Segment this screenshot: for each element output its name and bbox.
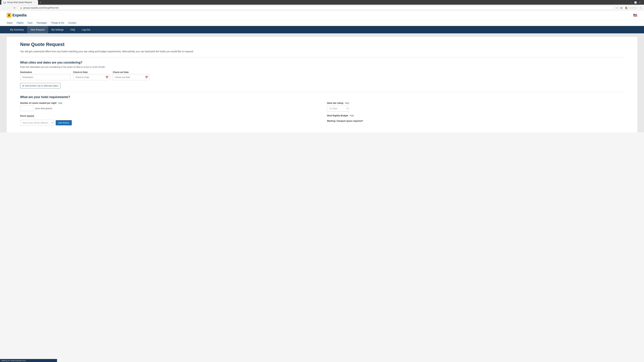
incognito-label: Incognito bbox=[628, 7, 636, 9]
room-type-row: Each room will be different Add detail ▸ bbox=[20, 120, 317, 126]
reload-button[interactable]: ✕ bbox=[12, 6, 16, 10]
nav-flights[interactable]: Flights bbox=[16, 21, 24, 24]
star-rating-select[interactable]: 2-4 Star 1 Star 2 Star 3 Star 4 Star 5 S… bbox=[327, 106, 349, 111]
hotel-req-grid: Number of rooms needed per night Help (y… bbox=[20, 102, 624, 126]
destination-field-group: Destination bbox=[20, 71, 70, 80]
page-description: You will get customized offers from any … bbox=[20, 50, 624, 53]
budget-label: Ideal Nightly Budget bbox=[327, 114, 348, 117]
tab-title: Group Hotel Quote Request bbox=[7, 1, 32, 3]
destination-input[interactable] bbox=[20, 74, 70, 80]
subnav-my-settings[interactable]: My Settings bbox=[48, 26, 67, 33]
rooms-input[interactable] bbox=[20, 106, 34, 111]
budget-help-link[interactable]: Help bbox=[350, 114, 354, 117]
hotel-section: What are your hotel requirements? Number… bbox=[20, 95, 624, 126]
add-city-icon: ⊕ bbox=[22, 84, 24, 87]
rooms-label: Number of rooms needed per night bbox=[20, 102, 56, 104]
subnav-new-request[interactable]: New Request bbox=[27, 26, 48, 33]
menu-button[interactable]: ⋮ bbox=[639, 6, 642, 10]
incognito-icon: 🕵 bbox=[625, 6, 628, 9]
tab-bar: Group Hotel Quote Request × + ─ ⬜ ✕ bbox=[0, 0, 644, 5]
url-bar[interactable]: 🔒 groups.expedia.com/Group/Post.htm bbox=[18, 6, 614, 10]
main-navigation: Stays Flights Cars Packages Things to Do… bbox=[0, 20, 644, 26]
meeting-label: Meeting / banquet space required? bbox=[327, 120, 363, 122]
maximize-button[interactable]: ⬜ bbox=[634, 1, 637, 4]
nav-cruises[interactable]: Cruises bbox=[68, 21, 76, 24]
page-content: Expedia 🇺🇸 Stays Flights Cars Packages T… bbox=[0, 11, 644, 132]
address-bar: ‹ › ✕ 🔒 groups.expedia.com/Group/Post.ht… bbox=[0, 5, 644, 11]
subnav-log-out[interactable]: Log Out bbox=[78, 26, 94, 33]
subnav-faq[interactable]: FAQ bbox=[67, 26, 78, 33]
back-button[interactable]: ‹ bbox=[2, 6, 6, 10]
room-type-label: Room type(s) bbox=[20, 115, 34, 117]
close-window-button[interactable]: ✕ bbox=[638, 1, 641, 4]
new-tab-button[interactable]: + bbox=[38, 0, 42, 5]
req-left: Number of rooms needed per night Help (y… bbox=[20, 102, 317, 126]
expedia-logo-text: Expedia bbox=[12, 13, 26, 17]
expedia-header: Expedia 🇺🇸 bbox=[0, 11, 644, 20]
incognito-badge: 🕵 Incognito bbox=[624, 6, 638, 10]
add-city-label: Add another city or alternate dates bbox=[25, 84, 58, 87]
sub-navigation: My Summary New Request My Settings FAQ L… bbox=[0, 26, 644, 33]
budget-field-group: Ideal Nightly Budget Help bbox=[327, 114, 624, 117]
rooms-row: (your best guess) bbox=[20, 106, 317, 111]
checkout-wrapper: 📅 bbox=[113, 74, 150, 80]
cities-section-subtitle: Enter the cities/dates you are consideri… bbox=[20, 66, 624, 68]
checkin-input[interactable] bbox=[73, 74, 110, 80]
meeting-field-group: Meeting / banquet space required? bbox=[327, 119, 624, 122]
nav-stays[interactable]: Stays bbox=[7, 21, 12, 24]
nav-packages[interactable]: Packages bbox=[36, 21, 47, 24]
tab-loading-spinner bbox=[3, 1, 6, 3]
subnav-my-summary[interactable]: My Summary bbox=[7, 26, 27, 33]
rooms-field-group: Number of rooms needed per night Help (y… bbox=[20, 102, 317, 111]
nav-things-to-do[interactable]: Things to Do bbox=[51, 21, 64, 24]
hotel-section-title: What are your hotel requirements? bbox=[20, 95, 624, 99]
address-actions: ☆ ⊞ 🕵 Incognito ⋮ bbox=[616, 6, 642, 10]
layout-button[interactable]: ⊞ bbox=[620, 6, 623, 10]
checkout-field-group: Check-out Date 📅 bbox=[113, 71, 150, 80]
room-type-select[interactable]: Each room will be different bbox=[20, 120, 54, 126]
content-wrapper: New Quote Request You will get customize… bbox=[0, 33, 644, 132]
expedia-logo-icon bbox=[7, 13, 12, 17]
divider-1 bbox=[20, 57, 624, 57]
bookmark-button[interactable]: ☆ bbox=[616, 6, 619, 10]
inner-page: New Quote Request You will get customize… bbox=[7, 37, 637, 132]
add-detail-button[interactable]: Add detail ▸ bbox=[56, 120, 72, 125]
add-city-button[interactable]: ⊕ Add another city or alternate dates bbox=[20, 83, 60, 88]
checkout-label: Check-out Date bbox=[113, 71, 150, 73]
country-flag[interactable]: 🇺🇸 bbox=[633, 13, 637, 17]
active-tab[interactable]: Group Hotel Quote Request × bbox=[1, 0, 38, 5]
cities-section: What cities and dates are you considerin… bbox=[20, 61, 624, 88]
minimize-button[interactable]: ─ bbox=[630, 1, 632, 4]
forward-button[interactable]: › bbox=[7, 6, 11, 10]
destination-row: Destination Check-in Date 📅 Check-out D bbox=[20, 71, 624, 80]
checkin-label: Check-in Date bbox=[73, 71, 110, 73]
star-rating-field-group: Ideal star rating Help 2-4 Star 1 Star 2… bbox=[327, 102, 624, 111]
checkin-field-group: Check-in Date 📅 bbox=[73, 71, 110, 80]
cities-section-title: What cities and dates are you considerin… bbox=[20, 61, 624, 64]
destination-label: Destination bbox=[20, 71, 70, 73]
rooms-hint: (your best guess) bbox=[35, 107, 52, 110]
browser-chrome: Group Hotel Quote Request × + ─ ⬜ ✕ ‹ › … bbox=[0, 0, 644, 11]
page-title: New Quote Request bbox=[20, 42, 624, 47]
rooms-help-link[interactable]: Help bbox=[58, 102, 62, 104]
nav-cars[interactable]: Cars bbox=[28, 21, 32, 24]
tab-close-button[interactable]: × bbox=[33, 1, 36, 4]
star-label: Ideal star rating bbox=[327, 102, 343, 104]
checkout-input[interactable] bbox=[113, 74, 150, 80]
url-lock-icon: 🔒 bbox=[20, 7, 22, 9]
url-text: groups.expedia.com/Group/Post.htm bbox=[23, 6, 59, 9]
checkin-wrapper: 📅 bbox=[73, 74, 110, 80]
room-type-field-group: Room type(s) Each room will be different… bbox=[20, 114, 317, 126]
star-help-link[interactable]: Help bbox=[345, 102, 349, 104]
expedia-logo[interactable]: Expedia bbox=[7, 13, 26, 17]
req-right: Ideal star rating Help 2-4 Star 1 Star 2… bbox=[327, 102, 624, 126]
